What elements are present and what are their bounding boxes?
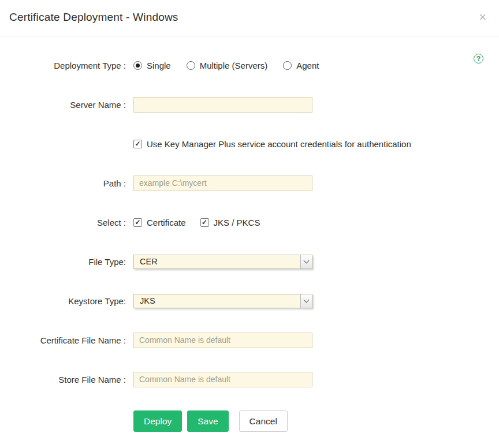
jks-pkcs-checkbox[interactable] — [200, 218, 209, 227]
cancel-button[interactable]: Cancel — [239, 410, 288, 432]
select-row: Select : Certificate JKS / PKCS — [0, 214, 499, 230]
radio-multiple-servers-control[interactable] — [187, 61, 195, 70]
dialog-header: Certificate Deployment - Windows × — [0, 0, 499, 36]
radio-agent-label: Agent — [296, 61, 319, 70]
server-name-row: Server Name : — [0, 96, 499, 113]
help-icon[interactable]: ? — [474, 54, 483, 64]
file-type-row: File Type: CER — [0, 253, 499, 270]
radio-single-label: Single — [147, 61, 171, 70]
radio-multiple-servers[interactable]: Multiple (Servers) — [187, 61, 268, 70]
deployment-form: ? Deployment Type : Single Multiple (Ser… — [0, 36, 499, 432]
server-name-label: Server Name : — [0, 100, 126, 110]
file-type-select[interactable]: CER — [133, 255, 312, 269]
certificate-file-name-label: Certificate File Name : — [0, 335, 126, 345]
store-file-name-label: Store File Name : — [0, 375, 126, 384]
keystore-type-dropdown-button[interactable] — [300, 294, 312, 308]
service-account-checkbox[interactable] — [133, 140, 142, 148]
certificate-checkbox[interactable] — [133, 218, 142, 227]
save-button[interactable]: Save — [187, 410, 228, 432]
jks-pkcs-checkbox-label: JKS / PKCS — [214, 218, 260, 227]
deployment-type-label: Deployment Type : — [0, 61, 126, 70]
store-file-name-row: Store File Name : — [0, 371, 499, 387]
action-buttons: Deploy Save Cancel — [133, 410, 499, 432]
path-label: Path : — [0, 178, 126, 188]
file-type-label: File Type: — [0, 257, 126, 267]
keystore-type-label: Keystore Type: — [0, 296, 126, 306]
path-row: Path : — [0, 175, 499, 191]
store-file-name-input[interactable] — [133, 372, 312, 387]
keystore-type-select[interactable]: JKS — [133, 294, 312, 308]
radio-agent-control[interactable] — [283, 61, 292, 70]
certificate-deployment-dialog: Certificate Deployment - Windows × ? Dep… — [0, 0, 499, 448]
file-type-selected-value: CER — [140, 257, 158, 266]
certificate-checkbox-item[interactable]: Certificate — [133, 218, 186, 227]
deploy-button[interactable]: Deploy — [133, 410, 182, 432]
jks-pkcs-checkbox-item[interactable]: JKS / PKCS — [200, 218, 260, 227]
select-label: Select : — [0, 218, 126, 227]
service-account-checkbox-item[interactable]: Use Key Manager Plus service account cre… — [133, 139, 411, 149]
chevron-down-icon — [304, 297, 310, 303]
server-name-input[interactable] — [133, 97, 312, 113]
keystore-type-row: Keystore Type: JKS — [0, 293, 499, 309]
certificate-checkbox-label: Certificate — [147, 218, 186, 227]
path-input[interactable] — [133, 176, 312, 191]
chevron-down-icon — [304, 258, 310, 264]
deployment-type-row: Deployment Type : Single Multiple (Serve… — [0, 57, 499, 73]
service-account-label: Use Key Manager Plus service account cre… — [147, 139, 411, 149]
keystore-type-selected-value: JKS — [140, 296, 155, 305]
radio-single[interactable]: Single — [133, 61, 171, 70]
radio-single-control[interactable] — [133, 61, 142, 70]
radio-agent[interactable]: Agent — [283, 61, 319, 70]
certificate-file-name-row: Certificate File Name : — [0, 332, 499, 348]
file-type-dropdown-button[interactable] — [300, 255, 312, 268]
deployment-type-options: Single Multiple (Servers) Agent — [133, 61, 334, 70]
certificate-file-name-input[interactable] — [133, 333, 312, 348]
dialog-title: Certificate Deployment - Windows — [9, 11, 178, 24]
close-icon[interactable]: × — [476, 10, 489, 25]
service-account-row: Use Key Manager Plus service account cre… — [0, 136, 499, 152]
radio-multiple-servers-label: Multiple (Servers) — [200, 61, 268, 70]
